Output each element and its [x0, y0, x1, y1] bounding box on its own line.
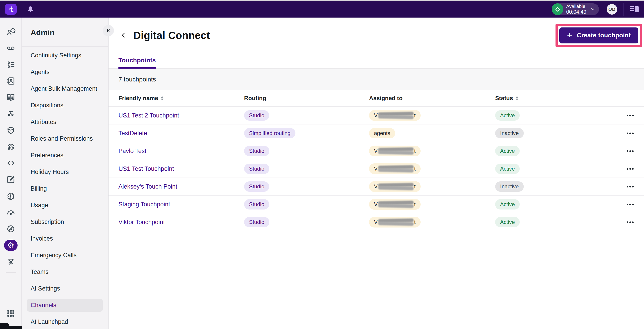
- assigned-badge: agents: [369, 128, 395, 138]
- rail-item-ai[interactable]: [0, 188, 22, 204]
- apps-grid-icon: [6, 309, 15, 318]
- sidebar-item-emergency-calls[interactable]: Emergency Calls: [27, 247, 103, 264]
- routing-badge: Studio: [244, 181, 269, 192]
- column-label: Friendly name: [118, 95, 158, 102]
- rail-item-contacts[interactable]: [0, 73, 22, 89]
- sidebar-item-ai-launchpad[interactable]: AI Launchpad: [27, 314, 103, 329]
- rail-item-identity[interactable]: [0, 138, 22, 155]
- routing-badge: Studio: [244, 199, 269, 210]
- workspace-panel-button[interactable]: [630, 5, 639, 13]
- bell-icon: [26, 5, 34, 13]
- table-row-aleksey-s-touch-point: Aleksey's Touch PointStudioVtInactive: [108, 178, 644, 196]
- rail-item-developer[interactable]: [0, 155, 22, 171]
- status-badge: Active: [495, 110, 520, 121]
- row-actions-menu-button[interactable]: [625, 201, 635, 208]
- page-title: Digital Connect: [133, 29, 210, 41]
- touchpoint-link[interactable]: Staging Touchpoint: [118, 201, 170, 208]
- routing-badge: Studio: [244, 217, 269, 227]
- sidebar-item-continuity-settings[interactable]: Continuity Settings: [27, 47, 103, 64]
- rail-item-studio[interactable]: [0, 105, 22, 122]
- sidebar-item-roles-and-permissions[interactable]: Roles and Permissions: [27, 130, 103, 147]
- touchpoint-link[interactable]: TestDelete: [118, 130, 147, 137]
- page-header: Digital Connect + Create touchpoint: [108, 23, 644, 48]
- redacted-text: [378, 219, 414, 226]
- rail-item-conversations[interactable]: [0, 23, 22, 40]
- row-actions-menu-button[interactable]: [625, 130, 635, 136]
- column-header-routing: Routing: [244, 95, 369, 102]
- touchpoint-link[interactable]: US1 Test 2 Touchpoint: [118, 112, 179, 119]
- touchpoint-link[interactable]: Pavlo Test: [118, 148, 146, 154]
- status-badge: Inactive: [495, 128, 524, 138]
- sidebar-menu: Continuity SettingsAgentsAgent Bulk Mana…: [22, 46, 108, 329]
- sort-icon[interactable]: [161, 96, 164, 100]
- academy-icon: [6, 257, 16, 267]
- rail-item-settings[interactable]: ⚙: [0, 237, 22, 253]
- sidebar-item-agents[interactable]: Agents: [27, 64, 103, 80]
- panel-layout-icon: [630, 5, 639, 13]
- column-header-assigned-to: Assigned to: [369, 95, 495, 102]
- sidebar-item-attributes[interactable]: Attributes: [27, 114, 103, 130]
- assigned-badge: Vt: [369, 199, 421, 210]
- rail-item-guardian[interactable]: [0, 122, 22, 138]
- tab-bar: Touchpoints: [108, 57, 644, 69]
- notifications-button[interactable]: [26, 5, 34, 13]
- redacted-text: [378, 112, 414, 119]
- activities-list-icon: [6, 60, 16, 69]
- sidebar-collapse-button[interactable]: [103, 25, 114, 36]
- touchpoint-link[interactable]: US1 Test Touchpoint: [118, 165, 174, 172]
- rail-item-knowledge[interactable]: [0, 89, 22, 105]
- assigned-badge: Vt: [369, 181, 421, 192]
- sidebar-item-subscription[interactable]: Subscription: [27, 214, 103, 230]
- sidebar-item-usage[interactable]: Usage: [27, 197, 103, 214]
- user-avatar[interactable]: OD: [606, 4, 617, 15]
- touchpoint-link[interactable]: Aleksey's Touch Point: [118, 183, 177, 190]
- row-actions-menu-button[interactable]: [625, 148, 635, 154]
- rail-item-explore[interactable]: [0, 221, 22, 237]
- brain-icon: [6, 191, 16, 201]
- compose-icon: [6, 175, 16, 184]
- speedometer-icon: [6, 208, 16, 217]
- row-actions-menu-button[interactable]: [625, 219, 635, 225]
- sidebar-item-teams[interactable]: Teams: [27, 264, 103, 280]
- chevron-down-icon: [590, 6, 595, 12]
- sort-icon[interactable]: [516, 96, 518, 100]
- annotation-highlight-box: + Create touchpoint: [556, 24, 642, 47]
- sidebar-item-agent-bulk-management[interactable]: Agent Bulk Management: [27, 80, 103, 97]
- row-actions-menu-button[interactable]: [625, 184, 635, 190]
- back-button[interactable]: [118, 30, 128, 40]
- main-content: Digital Connect + Create touchpoint Touc…: [108, 17, 644, 329]
- row-actions-menu-button[interactable]: [625, 112, 635, 119]
- shield-icon: [6, 126, 16, 135]
- sidebar-item-preferences[interactable]: Preferences: [27, 147, 103, 164]
- status-badge: Active: [495, 217, 520, 227]
- column-header-friendly-name[interactable]: Friendly name: [118, 95, 244, 102]
- create-touchpoint-button[interactable]: + Create touchpoint: [559, 27, 638, 43]
- agent-status-pill[interactable]: Available 00:04:49: [552, 3, 599, 15]
- sidebar-item-billing[interactable]: Billing: [27, 180, 103, 197]
- column-label: Status: [495, 95, 513, 102]
- topbar: Available 00:04:49 OD: [0, 1, 644, 17]
- rail-item-voicemail[interactable]: [0, 40, 22, 56]
- sidebar-item-holiday-hours[interactable]: Holiday Hours: [27, 164, 103, 180]
- rail-item-apps[interactable]: [0, 305, 22, 321]
- tab-touchpoints[interactable]: Touchpoints: [118, 57, 156, 69]
- routing-badge: Studio: [244, 164, 269, 174]
- assigned-badge: Vt: [369, 146, 421, 156]
- rail-item-academy[interactable]: [0, 253, 22, 270]
- table-body: US1 Test 2 TouchpointStudioVtActiveTestD…: [108, 107, 644, 231]
- rail-item-feedback[interactable]: [0, 171, 22, 188]
- table-row-testdelete: TestDeleteSimplified routingagentsInacti…: [108, 124, 644, 142]
- row-actions-menu-button[interactable]: [625, 166, 635, 172]
- sidebar-item-dispositions[interactable]: Dispositions: [27, 97, 103, 114]
- talkdesk-logo[interactable]: [5, 4, 17, 15]
- rail-item-dashboard[interactable]: [0, 204, 22, 221]
- sidebar-item-channels[interactable]: Channels: [27, 299, 103, 312]
- sidebar-item-invoices[interactable]: Invoices: [27, 230, 103, 247]
- assigned-badge: Vt: [369, 163, 421, 174]
- column-header-status[interactable]: Status: [495, 95, 612, 102]
- table-row-viktor-touchpoint: Viktor TouchpointStudioVtActive: [108, 213, 644, 231]
- touchpoint-link[interactable]: Viktor Touchpoint: [118, 219, 165, 226]
- sidebar-item-ai-settings[interactable]: AI Settings: [27, 280, 103, 297]
- table-row-us1-test-2-touchpoint: US1 Test 2 TouchpointStudioVtActive: [108, 107, 644, 124]
- rail-item-activities[interactable]: [0, 56, 22, 73]
